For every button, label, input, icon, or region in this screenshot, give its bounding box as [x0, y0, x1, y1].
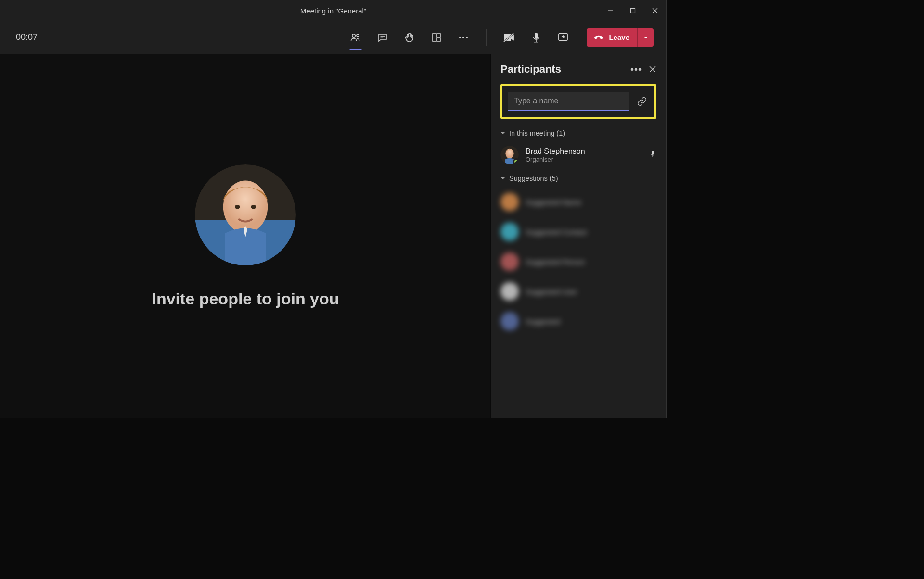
svg-point-24	[251, 205, 257, 209]
participant-mic-icon	[649, 150, 656, 160]
call-timer: 00:07	[16, 32, 38, 42]
hangup-icon	[593, 32, 604, 43]
suggestion-row[interactable]: Suggested Contact	[500, 217, 656, 247]
search-area-highlight	[500, 84, 656, 119]
svg-rect-17	[534, 42, 538, 42]
participant-name: Brad Stephenson	[526, 147, 642, 156]
svg-rect-8	[433, 34, 436, 41]
participant-row[interactable]: Brad Stephenson Organiser	[500, 142, 656, 168]
svg-point-11	[459, 37, 461, 38]
meeting-stage: Invite people to join you	[0, 54, 490, 418]
raise-hand-button[interactable]	[400, 28, 419, 47]
in-meeting-label: In this meeting (1)	[509, 129, 565, 137]
window-close-button[interactable]	[644, 0, 666, 21]
suggestion-name: Suggested Name	[526, 198, 581, 206]
svg-rect-10	[437, 38, 440, 41]
avatar	[500, 193, 519, 211]
participant-role: Organiser	[526, 156, 642, 163]
svg-rect-29	[653, 156, 653, 157]
svg-rect-9	[437, 34, 440, 37]
participants-panel: Participants ••• In this meeting (1)	[490, 54, 666, 418]
mic-toggle-button[interactable]	[527, 28, 545, 47]
people-button[interactable]	[346, 28, 365, 47]
leave-button[interactable]: Leave	[587, 28, 637, 47]
panel-more-button[interactable]: •••	[630, 64, 642, 74]
more-actions-button[interactable]	[454, 28, 473, 47]
chevron-down-icon	[500, 131, 505, 136]
suggestion-row[interactable]: Suggested User	[500, 277, 656, 306]
svg-point-5	[357, 34, 359, 37]
svg-rect-16	[536, 40, 537, 42]
toolbar-divider	[486, 29, 487, 46]
svg-point-13	[466, 37, 468, 38]
suggestion-row[interactable]: Suggested Person	[500, 247, 656, 277]
suggestions-label: Suggestions (5)	[509, 175, 558, 182]
svg-point-23	[235, 205, 240, 209]
chat-button[interactable]	[373, 28, 392, 47]
suggestion-name: Suggested Contact	[526, 228, 587, 236]
window-minimize-button[interactable]	[600, 0, 622, 21]
svg-point-22	[223, 180, 268, 233]
chevron-down-icon	[643, 35, 649, 40]
svg-rect-1	[631, 9, 635, 13]
meeting-toolbar: 00:07	[0, 21, 666, 54]
avatar	[500, 312, 519, 330]
suggestion-row[interactable]: Suggested	[500, 306, 656, 336]
invite-search-input[interactable]	[508, 92, 629, 111]
avatar	[500, 282, 519, 301]
svg-point-12	[462, 37, 464, 38]
share-screen-button[interactable]	[554, 28, 572, 47]
in-meeting-section-header[interactable]: In this meeting (1)	[500, 129, 656, 137]
avatar	[500, 146, 519, 164]
invite-prompt: Invite people to join you	[152, 290, 339, 308]
panel-close-button[interactable]	[649, 65, 656, 73]
chevron-down-icon	[500, 176, 505, 181]
presence-badge-icon	[513, 158, 519, 164]
window-maximize-button[interactable]	[622, 0, 644, 21]
suggestion-row[interactable]: Suggested Name	[500, 187, 656, 217]
suggestions-section-header[interactable]: Suggestions (5)	[500, 175, 656, 182]
panel-title: Participants	[500, 63, 630, 76]
copy-link-button[interactable]	[635, 95, 649, 108]
avatar	[500, 223, 519, 241]
avatar	[500, 252, 519, 271]
suggestion-name: Suggested Person	[526, 258, 585, 265]
self-avatar	[195, 164, 296, 265]
suggestion-name: Suggested User	[526, 288, 578, 295]
leave-label: Leave	[609, 33, 629, 41]
svg-point-4	[352, 34, 355, 37]
svg-point-28	[505, 149, 513, 159]
window-title: Meeting in "General"	[300, 7, 366, 15]
rooms-button[interactable]	[427, 28, 446, 47]
camera-toggle-button[interactable]	[500, 28, 518, 47]
title-bar: Meeting in "General"	[0, 0, 666, 21]
suggestion-name: Suggested	[526, 317, 560, 325]
leave-dropdown-button[interactable]	[637, 28, 654, 47]
